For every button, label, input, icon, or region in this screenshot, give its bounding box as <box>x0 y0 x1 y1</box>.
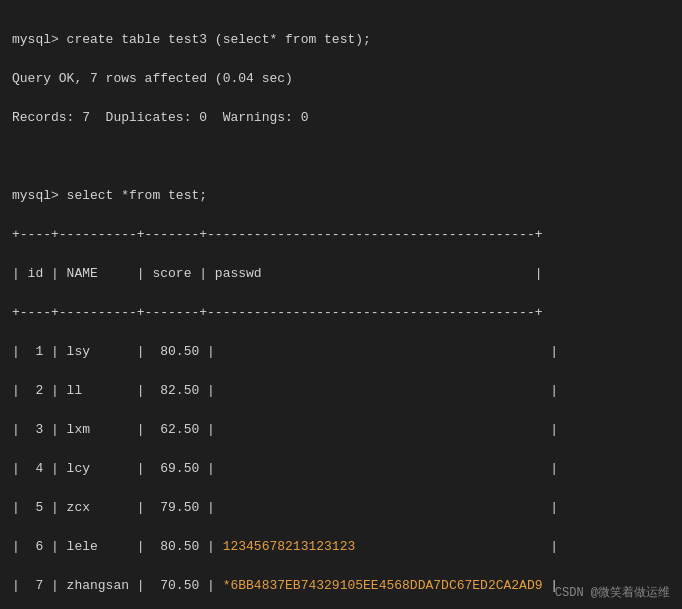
block2-row4: | 4 | lcy | 69.50 | | <box>12 461 558 476</box>
block2-header: | id | NAME | score | passwd | <box>12 266 543 281</box>
block2-passwd6: 12345678213123123 <box>223 539 356 554</box>
block2-row2: | 2 | ll | 82.50 | | <box>12 383 558 398</box>
terminal: mysql> create table test3 (select* from … <box>12 10 670 609</box>
block1-line2: Records: 7 Duplicates: 0 Warnings: 0 <box>12 110 308 125</box>
block1-line1: Query OK, 7 rows affected (0.04 sec) <box>12 71 293 86</box>
block2-row7: | 7 | zhangsan | 70.50 | *6BB4837EB74329… <box>12 578 558 593</box>
footer-text: CSDN @微笑着做运维 <box>555 584 670 601</box>
block1-cmd: mysql> create table test3 (select* from … <box>12 32 371 47</box>
block2-border-mid: +----+----------+-------+---------------… <box>12 305 543 320</box>
block2-row3: | 3 | lxm | 62.50 | | <box>12 422 558 437</box>
block2-cmd: mysql> select *from test; <box>12 188 207 203</box>
block2-passwd7: *6BB4837EB74329105EE4568DDA7DC67ED2CA2AD… <box>223 578 543 593</box>
block2-row5: | 5 | zcx | 79.50 | | <box>12 500 558 515</box>
block2-border-top: +----+----------+-------+---------------… <box>12 227 543 242</box>
block2-row1: | 1 | lsy | 80.50 | | <box>12 344 558 359</box>
block2-row6: | 6 | lele | 80.50 | 12345678213123123 | <box>12 539 558 554</box>
